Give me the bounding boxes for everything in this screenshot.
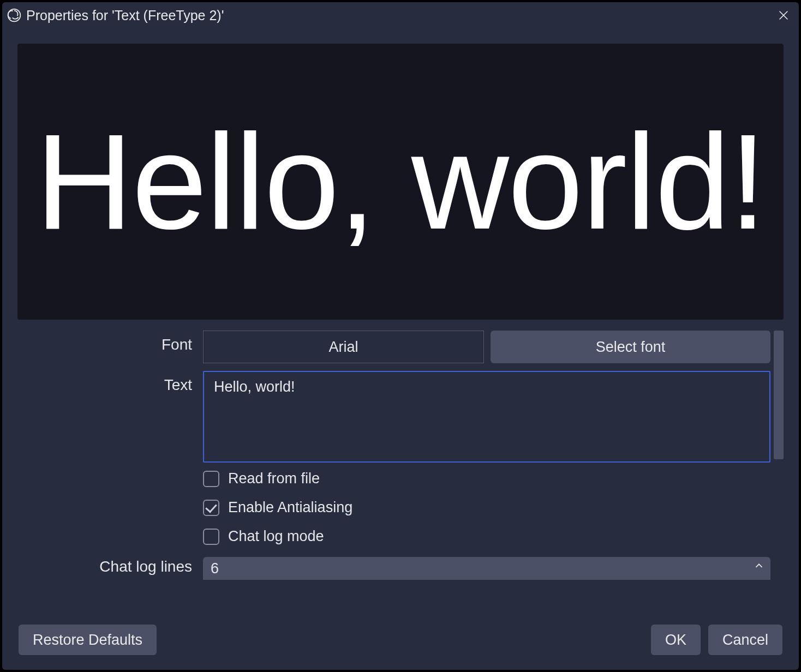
chat-log-lines-row: Chat log lines 6 (17, 557, 770, 580)
read-from-file-label: Read from file (228, 470, 320, 487)
text-input[interactable] (203, 371, 770, 463)
select-font-button[interactable]: Select font (491, 331, 770, 363)
enable-aa-row: Enable Antialiasing (203, 499, 770, 516)
properties-dialog: Properties for 'Text (FreeType 2)' Hello… (2, 2, 799, 670)
form-area: Font Arial Select font Text Read from fi… (17, 331, 784, 621)
font-display: Arial (203, 331, 484, 363)
window-title: Properties for 'Text (FreeType 2)' (26, 8, 224, 23)
chat-log-lines-label: Chat log lines (17, 557, 203, 575)
chat-log-lines-spinbox[interactable]: 6 (203, 557, 770, 580)
close-button[interactable] (773, 4, 794, 26)
read-from-file-checkbox[interactable] (203, 471, 219, 487)
dialog-footer: Restore Defaults OK Cancel (2, 621, 799, 670)
obs-icon (7, 8, 22, 23)
ok-button[interactable]: OK (651, 625, 701, 655)
read-from-file-row: Read from file (203, 470, 770, 487)
font-label: Font (17, 331, 203, 353)
spinbox-up-icon[interactable] (751, 557, 767, 580)
restore-defaults-button[interactable]: Restore Defaults (19, 625, 157, 655)
chat-log-mode-label: Chat log mode (228, 528, 324, 545)
text-preview: Hello, world! (17, 44, 784, 320)
form-scrollbar[interactable] (774, 331, 784, 459)
text-row: Text (17, 371, 770, 463)
enable-antialiasing-label: Enable Antialiasing (228, 499, 352, 516)
enable-antialiasing-checkbox[interactable] (203, 500, 219, 516)
chat-log-mode-checkbox[interactable] (203, 529, 219, 545)
dialog-content: Hello, world! Font Arial Select font Tex… (2, 28, 799, 621)
cancel-button[interactable]: Cancel (708, 625, 782, 655)
chat-log-mode-row: Chat log mode (203, 528, 770, 545)
chat-log-lines-value: 6 (211, 560, 219, 577)
preview-text: Hello, world! (35, 104, 766, 260)
text-label: Text (17, 371, 203, 394)
titlebar: Properties for 'Text (FreeType 2)' (2, 2, 799, 28)
font-row: Font Arial Select font (17, 331, 770, 363)
